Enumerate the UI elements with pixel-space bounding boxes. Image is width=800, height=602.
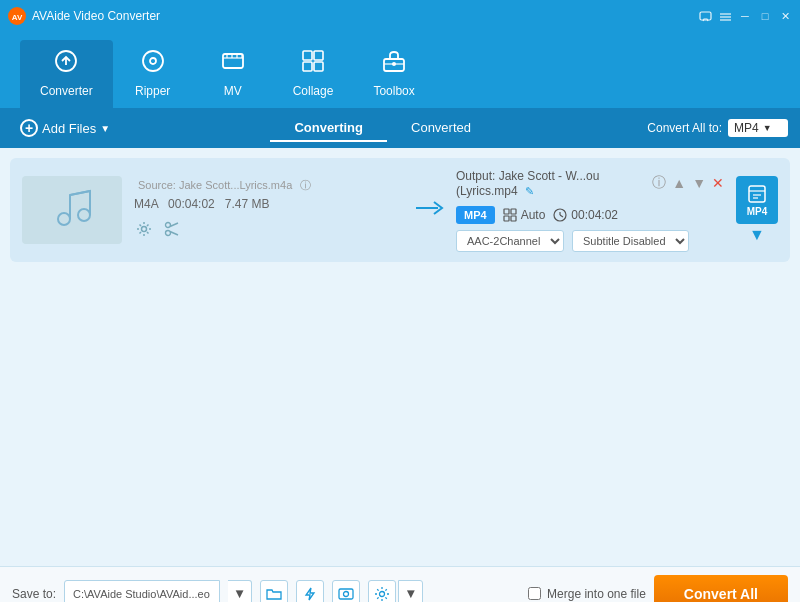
toolbox-icon: [381, 48, 407, 80]
output-settings: Output: Jake Scott - W...ou (Lyrics.mp4 …: [456, 168, 724, 252]
svg-point-17: [58, 213, 70, 225]
nav-item-toolbox[interactable]: Toolbox: [353, 40, 434, 108]
collage-icon: [300, 48, 326, 80]
nav-item-ripper[interactable]: Ripper: [113, 40, 193, 108]
source-label: Source: Jake Scott...Lyrics.m4a: [138, 179, 292, 191]
convert-all-button[interactable]: Convert All: [654, 575, 788, 603]
flash-icon-button[interactable]: [296, 580, 324, 603]
svg-rect-28: [504, 216, 509, 221]
mv-icon: [220, 48, 246, 80]
title-bar: AV AVAide Video Converter ─ □ ✕: [0, 0, 800, 32]
output-actions: ⓘ ▲ ▼ ✕: [652, 174, 724, 192]
merge-checkbox-area: Merge into one file: [528, 587, 646, 601]
svg-point-21: [166, 223, 171, 228]
ripper-icon: [140, 48, 166, 80]
settings-icon-button[interactable]: [368, 580, 396, 603]
output-auto-area: Auto: [503, 208, 546, 222]
merge-checkbox[interactable]: [528, 587, 541, 600]
file-actions: [134, 219, 402, 242]
svg-point-8: [150, 58, 156, 64]
file-item: Source: Jake Scott...Lyrics.m4a ⓘ M4A 00…: [10, 158, 790, 262]
output-auto-label: Auto: [521, 208, 546, 222]
svg-rect-11: [314, 51, 323, 60]
scroll-up-button[interactable]: ▲: [672, 174, 686, 192]
tab-group: Converting Converted: [126, 115, 639, 142]
path-dropdown-button[interactable]: ▼: [228, 580, 252, 603]
scroll-down-button[interactable]: ▼: [692, 174, 706, 192]
nav-item-mv[interactable]: MV: [193, 40, 273, 108]
file-source: Source: Jake Scott...Lyrics.m4a ⓘ: [134, 178, 402, 193]
maximize-button[interactable]: □: [758, 9, 772, 23]
file-size: 7.47 MB: [225, 197, 270, 211]
folder-icon-button[interactable]: [260, 580, 288, 603]
svg-rect-27: [511, 209, 516, 214]
settings-icon[interactable]: [134, 219, 154, 242]
music-icon: [52, 187, 92, 234]
collage-label: Collage: [293, 84, 334, 98]
menu-icon[interactable]: [718, 9, 732, 23]
format-badge-area: mp4 ▼: [736, 176, 778, 244]
output-filename-area: Output: Jake Scott - W...ou (Lyrics.mp4 …: [456, 168, 652, 198]
svg-point-20: [142, 227, 147, 232]
info-icon[interactable]: ⓘ: [300, 179, 311, 191]
svg-point-38: [344, 591, 349, 596]
preview-icon-button[interactable]: [332, 580, 360, 603]
remove-button[interactable]: ✕: [712, 174, 724, 192]
minimize-button[interactable]: ─: [738, 9, 752, 23]
output-row2: AAC-2Channel MP3 AAC Subtitle Disabled N…: [456, 230, 724, 252]
output-format-badge: MP4: [456, 206, 495, 224]
nav-bar: Converter Ripper MV: [0, 32, 800, 108]
app-logo: AV: [8, 7, 26, 25]
svg-line-23: [170, 223, 178, 227]
output-duration-area: 00:04:02: [553, 208, 618, 222]
svg-rect-12: [303, 62, 312, 71]
save-path-input[interactable]: [64, 580, 220, 603]
output-controls: MP4 Auto 00:04:02: [456, 206, 724, 224]
file-thumbnail: [22, 176, 122, 244]
svg-rect-33: [749, 186, 765, 202]
subtitle-select[interactable]: Subtitle Disabled None Auto: [572, 230, 689, 252]
message-icon[interactable]: [698, 9, 712, 23]
format-value: MP4: [734, 121, 759, 135]
toolbox-label: Toolbox: [373, 84, 414, 98]
merge-label[interactable]: Merge into one file: [547, 587, 646, 601]
settings-dropdown-button[interactable]: ▼: [398, 580, 423, 603]
info-button[interactable]: ⓘ: [652, 174, 666, 192]
close-button[interactable]: ✕: [778, 9, 792, 23]
format-expand-button[interactable]: ▼: [747, 226, 767, 244]
svg-rect-10: [303, 51, 312, 60]
output-top: Output: Jake Scott - W...ou (Lyrics.mp4 …: [456, 168, 724, 198]
settings-button-area: ▼: [368, 580, 423, 603]
edit-icon[interactable]: ✎: [525, 185, 534, 197]
output-duration-value: 00:04:02: [571, 208, 618, 222]
cut-icon[interactable]: [162, 219, 182, 242]
nav-item-collage[interactable]: Collage: [273, 40, 354, 108]
ripper-label: Ripper: [135, 84, 170, 98]
audio-channel-select[interactable]: AAC-2Channel MP3 AAC: [456, 230, 564, 252]
tab-converted[interactable]: Converted: [387, 115, 495, 142]
file-duration: 00:04:02: [168, 197, 215, 211]
arrow-right-icon: [414, 198, 444, 223]
format-side-badge[interactable]: mp4: [736, 176, 778, 224]
file-info: Source: Jake Scott...Lyrics.m4a ⓘ M4A 00…: [134, 178, 402, 242]
file-meta: M4A 00:04:02 7.47 MB: [134, 197, 402, 211]
format-dropdown[interactable]: MP4 ▼: [728, 119, 788, 137]
svg-line-32: [560, 215, 563, 217]
nav-item-converter[interactable]: Converter: [20, 40, 113, 108]
svg-line-24: [170, 232, 178, 236]
main-content: Source: Jake Scott...Lyrics.m4a ⓘ M4A 00…: [0, 148, 800, 566]
toolbar: + Add Files ▼ Converting Converted Conve…: [0, 108, 800, 148]
svg-rect-13: [314, 62, 323, 71]
tab-converting[interactable]: Converting: [270, 115, 387, 142]
svg-rect-9: [223, 54, 243, 68]
converter-icon: [53, 48, 79, 80]
convert-all-to-area: Convert All to: MP4 ▼: [647, 119, 788, 137]
svg-rect-29: [511, 216, 516, 221]
add-files-dropdown-icon[interactable]: ▼: [100, 123, 110, 134]
svg-rect-37: [339, 589, 353, 599]
svg-line-19: [70, 191, 90, 195]
svg-text:AV: AV: [12, 13, 23, 22]
svg-point-7: [143, 51, 163, 71]
svg-point-18: [78, 209, 90, 221]
add-files-button[interactable]: + Add Files ▼: [12, 115, 118, 141]
